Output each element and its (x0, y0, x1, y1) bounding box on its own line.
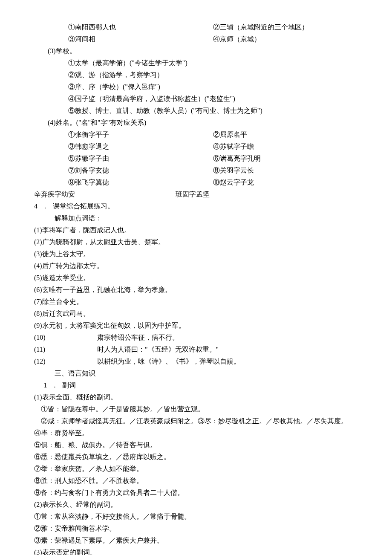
adverb-line: ②雅：安帝雅闻衡善术学。 (34, 523, 358, 535)
item-text: 以耕织为业，咏《诗》、《书》，弹琴以自娱。 (97, 358, 240, 365)
adverb-line: ①皆：皆隐在尊中。／于是皆服其妙。／皆出营立观。 (34, 403, 358, 415)
exercise-item: (1)李将军广者，陇西成记人也。 (34, 224, 358, 236)
section-4-heading: (4)姓名。("名"和"字"有对应关系) (34, 117, 358, 129)
place-item-1: ①南阳西鄂人也 (68, 21, 213, 33)
exercise-title: 4 . 课堂综合拓展练习。 (34, 200, 358, 212)
name-item: ⑥诸葛亮字孔明 (213, 153, 358, 165)
exercise-item: (7)除兰台令史。 (34, 296, 358, 308)
name-item: ⑧关羽字云长 (213, 165, 358, 176)
name-item: ⑩赵云字子龙 (213, 176, 358, 188)
lang-sub: 1 . 副词 (34, 379, 358, 391)
exercise-subtitle: 解释加点词语： (34, 212, 358, 224)
school-item: ④国子监（明清最高学府，入监读书称监生）("老监生") (34, 93, 358, 105)
name-item: ⑦刘备字玄德 (68, 165, 213, 176)
name-item-extra: 班固字孟坚 (176, 188, 337, 200)
name-item: ④苏轼字子瞻 (213, 141, 358, 153)
item-number: (11) (34, 344, 95, 356)
adverb-line: ②咸：京师学者咸怪其无征。／江表英豪咸归附之。③尽：妙尽璇机之正。／尽收其他。／… (34, 415, 358, 427)
item-number: (12) (34, 356, 95, 367)
school-item: ①太学（最高学俯）("今诸生学于太学") (34, 57, 358, 69)
name-item-extra: 辛弃疾字幼安 (34, 188, 196, 200)
adverb-line: ④毕：群贤毕至。 (34, 427, 358, 439)
item-number: (10) (34, 332, 95, 344)
adverb-group-2-title: (2)表示长久、经常的副词。 (34, 499, 358, 511)
name-item: ②屈原名平 (213, 129, 358, 141)
school-item: ⑤教授、博士、直讲、助教（教学人员）("有司业、博士为之师") (34, 105, 358, 117)
lang-heading: 三、语言知识 (34, 367, 358, 379)
adverb-line: ⑦举：举家庆贺。／杀人如不能举。 (34, 463, 358, 475)
name-item: ①张衡字平子 (68, 129, 213, 141)
exercise-item: (10) 肃宗特诏公车征，病不行。 (34, 332, 358, 344)
name-item: ⑨张飞字翼德 (68, 176, 213, 188)
place-item-4: ④京师（京城） (213, 33, 358, 45)
item-text: 肃宗特诏公车征，病不行。 (97, 334, 179, 341)
exercise-item: (5)遂造太学受业。 (34, 272, 358, 284)
section-3-heading: (3)学校。 (34, 45, 358, 57)
adverb-group-1-title: (1)表示全面、概括的副词。 (34, 391, 358, 403)
adverb-line: ⑨备：约与食客门下有勇力文武备具者二十人偕。 (34, 487, 358, 499)
item-text: 时人为人语曰："《五经》无双许叔重。" (97, 346, 219, 353)
exercise-item: (9)永元初，太将军窦宪出征匈奴，以固为中护军。 (34, 320, 358, 332)
exercise-item: (3)徙为上谷太守。 (34, 248, 358, 260)
adverb-line: ⑥悉：悉使羸兵负草填之。／悉府库以赈之。 (34, 451, 358, 463)
adverb-line: ①常：常从容淡静，不好交接俗人。／常痛于骨髓。 (34, 511, 358, 523)
adverb-line: ⑤俱：船、粮、战俱办。／待吾客与俱。 (34, 439, 358, 451)
adverb-line: ③素：荣禄遇足下素厚。／素疾大户兼并。 (34, 535, 358, 546)
adverb-line: ⑧胜：刑人如恐不胜。／不胜枚举。 (34, 475, 358, 487)
name-item: ③韩愈字退之 (68, 141, 213, 153)
name-item: ⑤苏辙字子由 (68, 153, 213, 165)
exercise-item: (8)后迁玄武司马。 (34, 308, 358, 320)
adverb-group-3-title: (3)表示否定的副词。 (34, 546, 358, 555)
exercise-item: (11) 时人为人语曰："《五经》无双许叔重。" (34, 344, 358, 356)
school-item: ③庠、序（学校）("俾入邑痒") (34, 81, 358, 93)
place-item-2: ②三辅（京城附近的三个地区） (213, 21, 358, 33)
exercise-item: (12) 以耕织为业，咏《诗》、《书》，弹琴以自娱。 (34, 356, 358, 367)
exercise-item: (2)广为骁骑都尉，从太尉亚夫击吴、楚军。 (34, 236, 358, 248)
exercise-item: (4)后广转为边郡太守。 (34, 260, 358, 272)
exercise-item: (6)玄唯有一子益恩，孔融在北海，举为孝廉。 (34, 284, 358, 296)
place-item-3: ③河间相 (68, 33, 213, 45)
school-item: ②观、游（指游学，考察学习） (34, 69, 358, 81)
